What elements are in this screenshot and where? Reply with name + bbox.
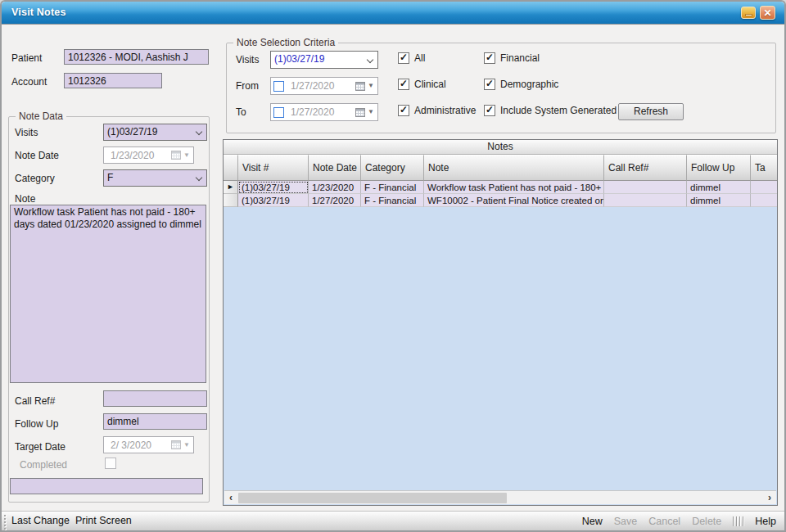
statusbar-grip[interactable] [733,516,743,526]
header-note[interactable]: Note [424,155,604,181]
checkbox-icon: ✓ [484,105,495,116]
dropdown-arrow-icon: ▼ [183,152,190,159]
criteria-group-label: Note Selection Criteria [233,37,338,48]
delete-button: Delete [692,516,721,527]
dropdown-arrow-icon: ▼ [368,83,374,89]
cell-visit[interactable]: (1)03/27/19 [238,181,309,194]
header-call-ref[interactable]: Call Ref# [604,155,687,181]
save-button: Save [614,516,638,527]
new-button[interactable]: New [582,516,603,527]
dropdown-arrow-icon: ▼ [183,442,190,449]
minimize-button[interactable] [741,7,756,19]
checkbox-include-system-generated[interactable]: ✓ Include System Generated [484,105,617,116]
statusbar-grip[interactable] [4,515,6,530]
note-textarea[interactable]: Workflow task Patient has not paid - 180… [10,205,206,383]
to-date-checkbox[interactable] [273,107,284,118]
note-data-group-label: Note Data [16,110,66,122]
scroll-right-icon[interactable]: › [763,492,776,503]
title-bar[interactable]: Visit Notes ✕ [2,2,784,25]
to-date-picker[interactable]: 1/27/2020 ▼ [270,103,378,121]
last-change-button[interactable]: Last Change [11,512,70,530]
calendar-icon [355,82,365,91]
checkbox-all[interactable]: ✓ All [398,52,425,64]
patient-field[interactable]: 1012326 - MODI, Aashish J [64,49,209,65]
category-combo[interactable]: F [103,169,207,187]
checkbox-label: Financial [500,52,540,64]
header-follow-up[interactable]: Follow Up [687,155,751,181]
checkbox-financial[interactable]: ✓ Financial [484,52,540,64]
check-icon: ✓ [486,105,494,115]
notes-table-header: Visit # Note Date Category Note Call Ref… [224,155,777,181]
checkbox-clinical[interactable]: ✓ Clinical [398,79,446,90]
table-row[interactable]: (1)03/27/19 1/27/2020 F - Financial WF10… [224,194,777,207]
account-field[interactable]: 1012326 [64,73,162,88]
from-date-picker[interactable]: 1/27/2020 ▼ [270,77,378,95]
from-label: From [236,80,259,92]
header-row-selector [224,155,238,181]
from-date-value: 1/27/2020 [284,80,355,92]
cell-target[interactable] [751,194,777,207]
note-date-label: Note Date [15,150,59,161]
criteria-visits-combo[interactable]: (1)03/27/19 [270,51,378,69]
category-combo-value: F [107,172,113,183]
scroll-left-icon[interactable]: ‹ [224,492,237,503]
cell-call-ref[interactable] [604,181,687,194]
header-note-date[interactable]: Note Date [309,155,361,181]
help-button[interactable]: Help [755,516,776,527]
cell-note[interactable]: Workflow task Patient has not paid - 180… [424,181,604,194]
extra-field[interactable] [10,478,203,494]
visits-combo[interactable]: (1)03/27/19 [103,124,207,141]
target-date-icons: ▼ [171,440,193,449]
header-category[interactable]: Category [361,155,424,181]
follow-up-label: Follow Up [15,418,58,430]
from-date-checkbox[interactable] [273,81,284,92]
account-label: Account [11,76,47,88]
cell-category[interactable]: F - Financial [361,181,424,194]
calendar-icon [171,151,181,160]
checkbox-label: Demographic [500,79,558,90]
cell-note-date[interactable]: 1/23/2020 [309,181,361,194]
horizontal-scrollbar[interactable]: ‹ › [224,490,776,504]
header-visit[interactable]: Visit # [238,155,309,181]
to-date-icons: ▼ [355,108,377,117]
target-date-label: Target Date [15,441,66,453]
cell-note-date[interactable]: 1/27/2020 [309,194,361,207]
checkbox-label: All [414,52,425,64]
criteria-visits-value: (1)03/27/19 [274,53,324,65]
cell-follow-up[interactable]: dimmel [687,181,751,194]
scrollbar-thumb[interactable] [238,493,507,503]
visits-label: Visits [15,127,38,138]
close-button[interactable]: ✕ [760,6,775,20]
checkbox-administrative[interactable]: ✓ Administrative [398,105,476,116]
cell-call-ref[interactable] [604,194,687,207]
completed-label: Completed [20,459,67,471]
checkbox-demographic[interactable]: ✓ Demographic [484,79,558,90]
from-date-icons: ▼ [355,82,377,91]
criteria-visits-label: Visits [236,54,259,65]
notes-table: Notes Visit # Note Date Category Note Ca… [223,139,778,506]
print-screen-button[interactable]: Print Screen [75,512,132,530]
cell-category[interactable]: F - Financial [361,194,424,207]
cell-follow-up[interactable]: dimmel [687,194,751,207]
table-row[interactable]: ► (1)03/27/19 1/23/2020 F - Financial Wo… [224,181,777,194]
header-target[interactable]: Ta [751,155,777,181]
visits-combo-value: (1)03/27/19 [107,126,157,138]
note-date-picker: 1/23/2020 ▼ [103,147,194,164]
dropdown-arrow-icon: ▼ [368,109,374,115]
status-bar: Last Change Print Screen New Save Cancel… [2,511,784,530]
note-date-icons: ▼ [171,151,193,160]
call-ref-field[interactable] [103,390,207,407]
checkbox-icon: ✓ [398,52,409,64]
to-label: To [236,106,246,118]
row-selector-cell[interactable] [224,194,238,207]
cell-visit[interactable]: (1)03/27/19 [238,194,309,207]
chevron-down-icon [367,56,373,63]
follow-up-field[interactable]: dimmel [103,413,207,430]
check-icon: ✓ [486,52,494,62]
minimize-icon [745,14,752,16]
cell-note[interactable]: WF10002 - Patient Final Notice created o… [424,194,604,207]
visit-notes-window: Visit Notes ✕ Patient 1012326 - MODI, Aa… [0,0,786,532]
refresh-button[interactable]: Refresh [618,103,684,120]
row-selector-cell[interactable]: ► [224,181,238,194]
cell-target[interactable] [751,181,777,194]
